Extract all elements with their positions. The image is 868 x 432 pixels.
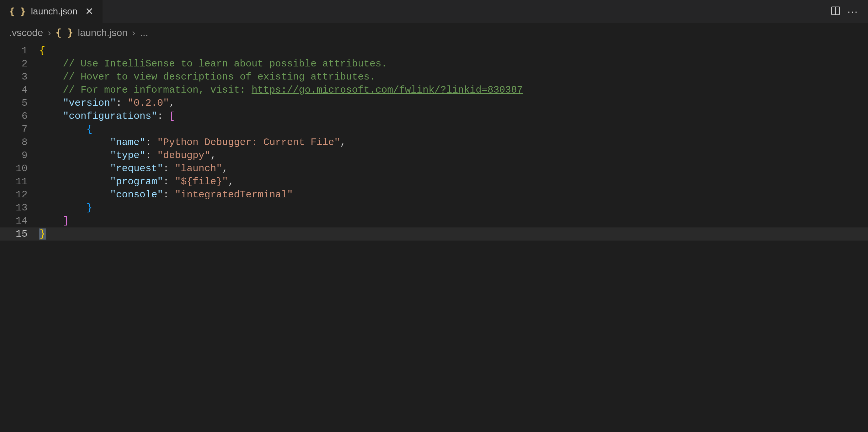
code-content[interactable]: "type": "debugpy", (39, 149, 868, 162)
code-line[interactable]: 1{ (0, 44, 868, 57)
code-line[interactable]: 9 "type": "debugpy", (0, 149, 868, 162)
line-number: 5 (0, 97, 39, 110)
tab-bar: { } launch.json ✕ ··· (0, 0, 868, 23)
code-line[interactable]: 7 { (0, 123, 868, 136)
breadcrumb-symbol[interactable]: ... (140, 27, 148, 38)
code-token: , (169, 98, 175, 109)
line-number: 12 (0, 188, 39, 201)
code-token: "debugpy" (157, 150, 210, 161)
tabs-container: { } launch.json ✕ (0, 0, 102, 23)
breadcrumb-file[interactable]: launch.json (78, 27, 128, 38)
code-line[interactable]: 13 } (0, 201, 868, 214)
code-token: // Use IntelliSense to learn about possi… (63, 58, 387, 69)
json-file-icon: { } (55, 27, 73, 38)
chevron-right-icon: › (48, 27, 51, 38)
code-editor[interactable]: 1{2 // Use IntelliSense to learn about p… (0, 42, 868, 240)
code-token: "program" (110, 176, 163, 187)
code-token: "name" (110, 137, 146, 148)
code-content[interactable]: } (39, 201, 868, 214)
line-number: 15 (0, 228, 39, 240)
code-line[interactable]: 6 "configurations": [ (0, 110, 868, 123)
code-token: "type" (110, 150, 146, 161)
code-token: } (39, 228, 46, 239)
comment-link[interactable]: https://go.microsoft.com/fwlink/?linkid=… (252, 85, 523, 96)
code-line[interactable]: 4 // For more information, visit: https:… (0, 84, 868, 97)
code-token: // For more information, visit: (63, 85, 252, 96)
line-number: 14 (0, 214, 39, 228)
code-token: "launch" (175, 163, 222, 174)
code-line[interactable]: 10 "request": "launch", (0, 162, 868, 175)
code-token: "version" (63, 98, 116, 109)
line-number: 8 (0, 136, 39, 149)
code-content[interactable]: "configurations": [ (39, 110, 868, 123)
code-token: "${file}" (175, 176, 228, 187)
split-editor-icon[interactable] (830, 6, 841, 18)
code-content[interactable]: "console": "integratedTerminal" (39, 188, 868, 201)
code-token: : (146, 150, 157, 161)
code-token: : (163, 176, 175, 187)
code-token: : (116, 98, 128, 109)
code-line[interactable]: 12 "console": "integratedTerminal" (0, 188, 868, 201)
line-number: 11 (0, 175, 39, 188)
line-number: 3 (0, 70, 39, 84)
code-token: , (222, 163, 228, 174)
line-number: 10 (0, 162, 39, 175)
code-token: , (210, 150, 216, 161)
code-content[interactable]: "program": "${file}", (39, 175, 868, 188)
code-token: "request" (110, 163, 163, 174)
code-line[interactable]: 14 ] (0, 214, 868, 228)
code-token: // Hover to view descriptions of existin… (63, 71, 375, 82)
tab-launch-json[interactable]: { } launch.json ✕ (0, 0, 102, 23)
code-line[interactable]: 3 // Hover to view descriptions of exist… (0, 70, 868, 84)
code-content[interactable]: // Use IntelliSense to learn about possi… (39, 57, 868, 70)
chevron-right-icon: › (132, 27, 135, 38)
line-number: 1 (0, 44, 39, 57)
code-token: ] (63, 215, 69, 227)
code-line[interactable]: 15} (0, 228, 868, 240)
code-token: , (340, 137, 346, 148)
code-content[interactable]: { (39, 44, 868, 57)
line-number: 4 (0, 84, 39, 97)
code-line[interactable]: 2 // Use IntelliSense to learn about pos… (0, 57, 868, 70)
code-token: : (157, 111, 169, 122)
code-line[interactable]: 5 "version": "0.2.0", (0, 97, 868, 110)
code-token: } (87, 202, 92, 213)
line-number: 6 (0, 110, 39, 123)
code-token: { (39, 45, 45, 56)
code-token: : (163, 189, 175, 200)
code-token: , (228, 176, 234, 187)
breadcrumb: .vscode › { } launch.json › ... (0, 23, 868, 42)
line-number: 13 (0, 201, 39, 214)
line-number: 7 (0, 123, 39, 136)
breadcrumb-folder[interactable]: .vscode (9, 27, 43, 38)
close-icon[interactable]: ✕ (83, 5, 96, 18)
code-token: : (163, 163, 175, 174)
code-token: : (146, 137, 157, 148)
more-actions-icon[interactable]: ··· (847, 6, 858, 18)
code-token: { (87, 124, 92, 135)
code-content[interactable]: "request": "launch", (39, 162, 868, 175)
code-content[interactable]: "name": "Python Debugger: Current File", (39, 136, 868, 149)
code-content[interactable]: } (39, 228, 868, 240)
code-line[interactable]: 8 "name": "Python Debugger: Current File… (0, 136, 868, 149)
tab-title: launch.json (31, 6, 78, 17)
editor-actions: ··· (830, 6, 868, 18)
code-content[interactable]: ] (39, 214, 868, 228)
code-token: [ (169, 111, 175, 122)
code-content[interactable]: // Hover to view descriptions of existin… (39, 70, 868, 84)
json-file-icon: { } (9, 6, 26, 17)
code-content[interactable]: // For more information, visit: https://… (39, 84, 868, 97)
code-content[interactable]: "version": "0.2.0", (39, 97, 868, 110)
code-token: "Python Debugger: Current File" (157, 137, 340, 148)
line-number: 9 (0, 149, 39, 162)
code-content[interactable]: { (39, 123, 868, 136)
code-line[interactable]: 11 "program": "${file}", (0, 175, 868, 188)
code-token: "configurations" (63, 111, 157, 122)
code-token: "0.2.0" (128, 98, 169, 109)
line-number: 2 (0, 57, 39, 70)
code-token: "console" (110, 189, 163, 200)
code-token: "integratedTerminal" (175, 189, 293, 200)
